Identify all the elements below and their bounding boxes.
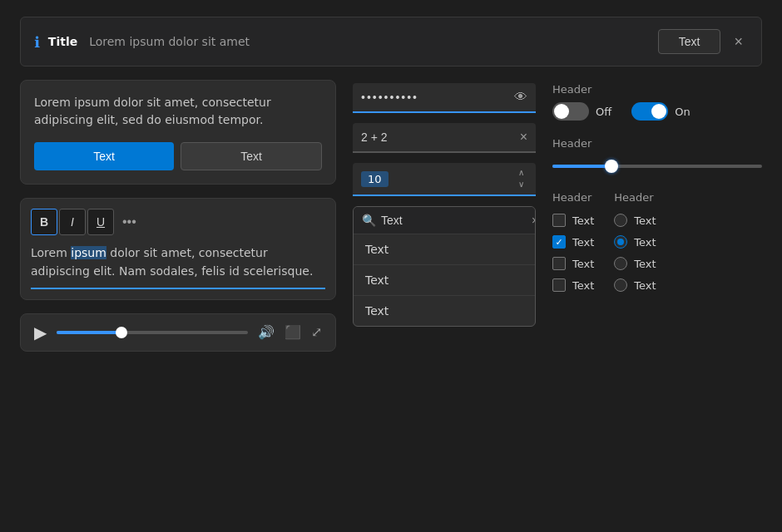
editor-highlight: ipsum xyxy=(71,246,106,259)
banner-title: Title xyxy=(48,35,77,48)
spinbox-wrap: 10 ∧ ∨ xyxy=(353,163,536,196)
checkbox-item-1[interactable]: Text xyxy=(552,214,594,227)
progress-thumb[interactable] xyxy=(116,327,127,338)
checkbox-label-2: Text xyxy=(572,236,594,249)
radio-item-3[interactable]: Text xyxy=(614,257,656,270)
play-button[interactable]: ▶ xyxy=(34,324,47,341)
toggle-off-thumb xyxy=(554,104,569,119)
checkbox-1[interactable] xyxy=(552,214,566,227)
checkbox-header: Header xyxy=(552,191,594,204)
middle-column: 👁 × 10 ∧ ∨ 🔍 × Text Text Text xyxy=(353,80,536,512)
radio-item-4[interactable]: Text xyxy=(614,278,656,292)
dropdown-clear-button[interactable]: × xyxy=(532,214,536,227)
subtitle-button[interactable]: ⬛ xyxy=(285,324,301,340)
info-card: Lorem ipsum dolor sit amet, consectetur … xyxy=(20,80,336,185)
radio-label-2: Text xyxy=(634,236,656,249)
spinbox-down-button[interactable]: ∨ xyxy=(515,180,527,190)
password-input[interactable] xyxy=(361,91,514,104)
eye-icon-button[interactable]: 👁 xyxy=(514,90,527,105)
editor-content[interactable]: Lorem ipsum dolor sit amet, consectetur … xyxy=(31,244,325,281)
text-editor: B I U ••• Lorem ipsum dolor sit amet, co… xyxy=(20,198,336,300)
info-icon: ℹ xyxy=(34,33,40,51)
player-progress-bar[interactable] xyxy=(57,331,248,334)
radio-label-3: Text xyxy=(634,258,656,270)
dropdown-item-3[interactable]: Text xyxy=(354,295,535,326)
checkbox-group: Header Text Text Text Text xyxy=(552,191,594,292)
checkbox-label-4: Text xyxy=(572,279,594,292)
more-options-button[interactable]: ••• xyxy=(116,211,143,233)
card-button-row: Text Text xyxy=(34,142,322,170)
slider-fill xyxy=(552,165,611,168)
banner-close-button[interactable]: × xyxy=(729,32,748,51)
dropdown-search-row: 🔍 × xyxy=(354,207,535,234)
checkbox-3[interactable] xyxy=(552,257,566,270)
italic-button[interactable]: I xyxy=(59,209,86,235)
checkbox-item-4[interactable]: Text xyxy=(552,278,594,292)
checkbox-label-3: Text xyxy=(572,258,594,270)
radio-3[interactable] xyxy=(614,257,627,270)
checkbox-2[interactable] xyxy=(552,235,566,249)
card-description: Lorem ipsum dolor sit amet, consectetur … xyxy=(34,94,322,129)
radio-item-1[interactable]: Text xyxy=(614,214,656,227)
spinbox-arrows: ∧ ∨ xyxy=(515,168,527,190)
toggle-on-thumb xyxy=(651,104,666,119)
toggle-on-group: On xyxy=(631,102,690,121)
banner-button[interactable]: Text xyxy=(658,29,721,54)
radio-label-1: Text xyxy=(634,214,656,227)
math-input-wrap: × xyxy=(353,123,536,153)
radio-label-4: Text xyxy=(634,279,656,292)
fullscreen-button[interactable]: ⤢ xyxy=(311,324,322,340)
radio-1[interactable] xyxy=(614,214,627,227)
toggle-on-label: On xyxy=(675,106,690,118)
editor-cursor-line xyxy=(31,288,325,289)
slider-track[interactable] xyxy=(552,165,762,168)
dropdown-item-2[interactable]: Text xyxy=(354,264,535,295)
slider-header: Header xyxy=(552,137,762,150)
banner: ℹ Title Lorem ipsum dolor sit amet Text … xyxy=(20,17,762,66)
radio-4[interactable] xyxy=(614,278,627,292)
radio-item-2[interactable]: Text xyxy=(614,235,656,249)
radio-header: Header xyxy=(614,191,656,204)
toggle-section: Header Off On xyxy=(552,83,762,121)
dropdown-search-input[interactable] xyxy=(381,214,527,227)
left-column: Lorem ipsum dolor sit amet, consectetur … xyxy=(20,80,336,512)
radio-group: Header Text Text Text Text xyxy=(614,191,656,292)
bold-button[interactable]: B xyxy=(31,209,57,235)
toggle-header: Header xyxy=(552,83,762,96)
radio-2[interactable] xyxy=(614,235,627,249)
spinbox-value: 10 xyxy=(361,171,389,187)
password-input-wrap: 👁 xyxy=(353,83,536,113)
checkbox-item-3[interactable]: Text xyxy=(552,257,594,270)
editor-toolbar: B I U ••• xyxy=(31,209,325,235)
checkbox-4[interactable] xyxy=(552,278,566,292)
spinbox-up-button[interactable]: ∧ xyxy=(515,168,527,178)
card-primary-button[interactable]: Text xyxy=(34,142,174,170)
underline-button[interactable]: U xyxy=(87,209,114,235)
editor-text-before: Lorem xyxy=(31,246,71,259)
toggle-on-switch[interactable] xyxy=(631,102,668,121)
toggle-off-group: Off xyxy=(552,102,611,121)
media-player: ▶ 🔊 ⬛ ⤢ xyxy=(20,313,336,352)
toggle-off-label: Off xyxy=(596,106,611,118)
math-clear-button[interactable]: × xyxy=(520,130,527,145)
math-input[interactable] xyxy=(361,131,520,144)
dropdown-search-icon: 🔍 xyxy=(362,214,376,227)
main-content: Lorem ipsum dolor sit amet, consectetur … xyxy=(0,80,782,512)
checkbox-item-2[interactable]: Text xyxy=(552,235,594,249)
progress-fill xyxy=(57,331,121,334)
checkbox-label-1: Text xyxy=(572,214,594,227)
dropdown-item-1[interactable]: Text xyxy=(354,234,535,264)
dropdown: 🔍 × Text Text Text xyxy=(353,206,536,327)
volume-button[interactable]: 🔊 xyxy=(258,324,275,340)
toggle-row: Off On xyxy=(552,102,762,121)
slider-wrap xyxy=(552,158,762,175)
right-column: Header Off On Header xyxy=(552,80,762,512)
slider-section: Header xyxy=(552,137,762,175)
card-secondary-button[interactable]: Text xyxy=(181,142,322,170)
banner-text: Lorem ipsum dolor sit amet xyxy=(89,35,650,48)
toggle-off-switch[interactable] xyxy=(552,102,589,121)
slider-thumb[interactable] xyxy=(605,160,618,173)
checks-radios-section: Header Text Text Text Text xyxy=(552,191,762,292)
